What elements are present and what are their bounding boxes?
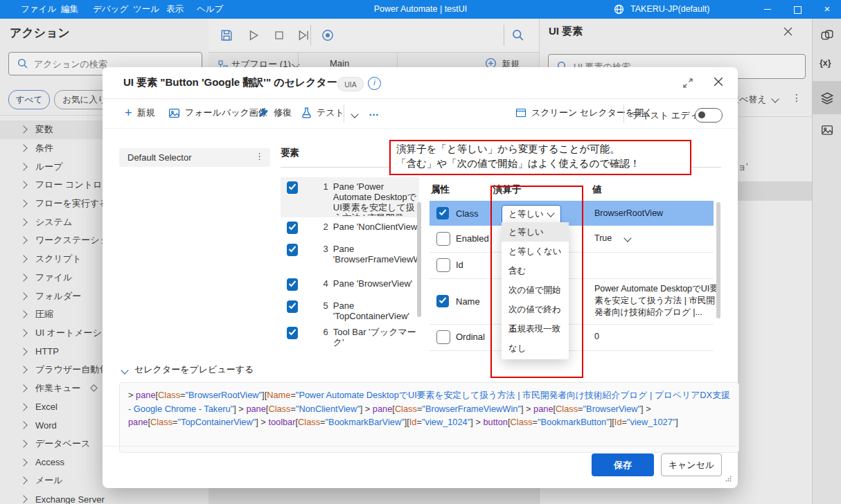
more-commands-icon[interactable]: … xyxy=(369,106,380,118)
account-label[interactable]: TAKERU-JP(default) xyxy=(630,0,709,19)
chevron-right-icon xyxy=(19,348,27,355)
save-icon[interactable] xyxy=(220,29,233,42)
attribute-name: Ordinal xyxy=(456,332,485,342)
save-button[interactable]: 保存 xyxy=(592,453,654,476)
divider xyxy=(103,98,738,99)
test-button[interactable]: テスト xyxy=(301,107,344,119)
selector-item-menu-icon[interactable]: ⋮ xyxy=(255,151,264,161)
attribute-name: Enabled xyxy=(456,233,489,244)
minimize-button[interactable] xyxy=(754,0,781,19)
search-flow-icon[interactable] xyxy=(512,29,524,41)
element-row-5[interactable]: 5 Pane 'TopContainerView' xyxy=(281,299,419,318)
value-dropdown-chevron-icon[interactable] xyxy=(623,234,631,242)
chevron-right-icon xyxy=(19,255,27,262)
text-editor-toggle[interactable] xyxy=(695,108,723,123)
image-icon xyxy=(168,107,180,119)
attribute-value: Power Automate DesktopでUI要素を安定して扱う方法 | 市… xyxy=(594,283,720,318)
sidebar-item-exchange-server[interactable]: Exchange Server xyxy=(0,490,209,504)
checkbox-checked[interactable] xyxy=(436,207,449,219)
close-panel-icon[interactable] xyxy=(784,27,793,36)
maximize-button[interactable] xyxy=(784,0,811,19)
dialog-title: UI 要素 "Button 'Google 翻訳'" のセレクター xyxy=(123,76,337,89)
stop-icon[interactable] xyxy=(274,30,285,41)
uia-badge: UIA xyxy=(337,77,364,91)
menu-view[interactable]: 表示 xyxy=(166,0,184,19)
chevron-right-icon xyxy=(19,199,27,207)
close-window-button[interactable]: × xyxy=(813,0,841,19)
annotation-highlight-rect xyxy=(490,186,583,378)
actions-panel-title: アクション xyxy=(10,25,70,41)
checkbox-unchecked[interactable] xyxy=(436,330,450,344)
divider xyxy=(504,25,504,46)
preview-expander-label[interactable]: セレクターをプレビューする xyxy=(134,363,254,376)
chevron-right-icon xyxy=(19,384,27,392)
scrollbar-thumb[interactable] xyxy=(417,202,421,317)
attribute-name: Name xyxy=(456,296,480,307)
resize-dialog-icon[interactable] xyxy=(683,78,693,88)
checkbox-unchecked[interactable] xyxy=(436,258,450,272)
checkbox-checked[interactable] xyxy=(436,295,449,307)
element-row-3[interactable]: 3 Pane 'BrowserFrameViewWin' xyxy=(281,242,419,273)
more-options-icon[interactable]: ⋮ xyxy=(792,92,802,103)
divider xyxy=(310,25,311,46)
designer-toolbar xyxy=(209,19,539,53)
divider xyxy=(344,105,344,123)
info-icon[interactable]: i xyxy=(368,77,381,90)
test-dropdown-chevron-icon[interactable] xyxy=(351,110,358,118)
cancel-button[interactable]: キャンセル xyxy=(661,453,722,476)
checkbox-checked[interactable] xyxy=(287,244,298,256)
chevron-right-icon xyxy=(19,495,27,503)
chevron-right-icon xyxy=(19,311,27,318)
element-row-6[interactable]: 6 Tool Bar 'ブックマーク' xyxy=(281,325,419,345)
record-icon[interactable] xyxy=(321,29,334,42)
checkbox-unchecked[interactable] xyxy=(436,232,450,246)
fallback-image-button[interactable]: フォールバック画像 xyxy=(168,107,267,119)
element-row-2[interactable]: 2 Pane 'NonClientView' xyxy=(281,220,419,240)
chevron-right-icon xyxy=(19,273,27,281)
chevron-right-icon xyxy=(19,422,27,429)
checkbox-checked[interactable] xyxy=(287,181,298,194)
divider xyxy=(103,128,738,129)
chevron-right-icon xyxy=(19,366,27,374)
toggle-knob xyxy=(698,111,705,118)
element-row-4[interactable]: 4 Pane 'BrowserView' xyxy=(281,277,419,296)
menu-file[interactable]: ファイル xyxy=(21,0,56,19)
scrollbar-thumb[interactable] xyxy=(716,202,720,318)
collapse-preview-chevron-icon[interactable] xyxy=(121,366,128,374)
divider xyxy=(103,446,738,447)
checkbox-checked[interactable] xyxy=(287,278,298,291)
annotation-line-1: 演算子を「と等しい」から変更することが可能。 xyxy=(396,142,690,156)
annotation-line-2: 「含む」や「次の値で開始」はよく使えるので確認！ xyxy=(396,156,690,171)
chevron-right-icon xyxy=(19,477,27,485)
copilot-icon[interactable] xyxy=(821,29,833,42)
checkbox-checked[interactable] xyxy=(287,327,298,339)
images-icon[interactable] xyxy=(821,124,833,136)
checkbox-checked[interactable] xyxy=(287,300,298,313)
menu-tools[interactable]: ツール xyxy=(133,0,159,19)
new-selector-button[interactable]: + 新規 xyxy=(125,107,155,119)
wrench-icon xyxy=(258,107,269,118)
selector-list-item-default[interactable]: Default Selector ⋮ xyxy=(119,148,270,167)
element-row-1[interactable]: 1 Pane 'Power Automate DesktopでUI要素を安定して… xyxy=(281,177,419,217)
run-icon[interactable] xyxy=(247,29,260,42)
elements-header: 要素 xyxy=(281,147,299,159)
close-dialog-icon[interactable] xyxy=(714,77,723,87)
selector-dialog: UI 要素 "Button 'Google 翻訳'" のセレクター UIA i … xyxy=(103,67,738,488)
divider xyxy=(623,105,624,123)
plus-icon: + xyxy=(125,108,132,118)
menu-debug[interactable]: デバッグ xyxy=(93,0,128,19)
flask-icon xyxy=(301,107,312,118)
ui-elements-panel-title: UI 要素 xyxy=(549,25,583,38)
selector-preview-box: > pane[Class="BrowserRootView"][Name="Po… xyxy=(119,382,739,453)
attribute-value: BrowserRootView xyxy=(594,208,663,218)
variables-icon[interactable]: {x} xyxy=(820,58,831,68)
filter-all-pill[interactable]: すべて xyxy=(8,90,50,109)
checkbox-checked[interactable] xyxy=(287,222,298,234)
repair-button[interactable]: 修復 xyxy=(258,107,292,119)
ui-elements-layers-icon[interactable] xyxy=(821,92,833,105)
resize-grip[interactable] xyxy=(725,476,732,483)
menu-help[interactable]: ヘルプ xyxy=(197,0,223,19)
titlebar: ファイル 編集 デバッグ ツール 表示 ヘルプ Power Automate |… xyxy=(0,0,841,19)
menu-edit[interactable]: 編集 xyxy=(61,0,78,19)
run-next-action-icon[interactable] xyxy=(297,29,310,42)
